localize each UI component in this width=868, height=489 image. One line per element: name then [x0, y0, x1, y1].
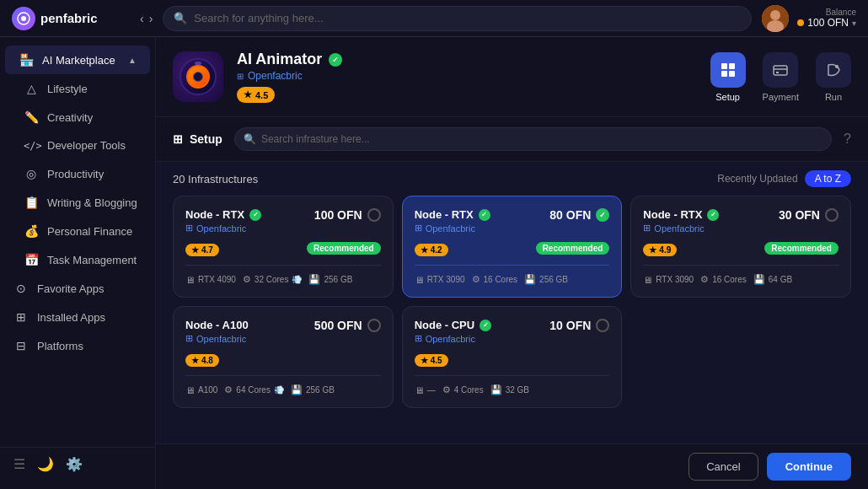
chevron-up-icon: ▲ — [128, 56, 137, 65]
svg-point-3 — [770, 10, 780, 20]
sidebar-item-productivity[interactable]: ◎ Productivity — [0, 159, 155, 188]
cores-icon: ⚙ — [442, 384, 451, 395]
app-info: AI Animator ✓ ⊞ Openfacbric ★ 4.5 — [237, 51, 697, 103]
settings-icon[interactable]: ⚙️ — [66, 456, 83, 472]
svg-rect-9 — [774, 66, 787, 75]
gpu-icon: 🖥 — [185, 275, 195, 285]
sidebar-item-platforms[interactable]: ⊟ Platforms — [0, 331, 155, 360]
card-price: 100 OFN — [314, 208, 381, 222]
card-rating: ★ 4.9 — [643, 244, 677, 256]
logo-text: penfabric — [40, 11, 98, 25]
sidebar-item-installed-apps[interactable]: ⊞ Installed Apps — [0, 303, 155, 331]
sidebar-item-ai-marketplace[interactable]: 🏪 AI Marketplace ▲ — [5, 46, 150, 74]
task-icon: 📅 — [24, 253, 39, 266]
sidebar: 🏪 AI Marketplace ▲ △ Lifestyle ✏️ Creati… — [0, 37, 156, 489]
cores-icon: ⚙ — [243, 274, 251, 285]
content-area: AI Animator ✓ ⊞ Openfacbric ★ 4.5 — [156, 37, 868, 489]
spec-ram: 💾 32 GB — [490, 384, 529, 395]
cancel-button[interactable]: Cancel — [689, 453, 758, 481]
sidebar-item-developer-tools[interactable]: </> Developer Tools — [0, 132, 155, 159]
card-specs: 🖥 RTX 4090 ⚙ 32 Cores 💨 💾 256 GB — [185, 265, 381, 285]
card-title: Node - RTX ✓ — [185, 208, 314, 221]
card-title: Node - RTX ✓ — [643, 208, 779, 221]
continue-button[interactable]: Continue — [767, 453, 851, 481]
dropdown-arrow-icon[interactable]: ▾ — [852, 19, 856, 28]
radio-unselected[interactable] — [367, 208, 381, 222]
menu-icon[interactable]: ☰ — [13, 456, 25, 472]
installed-icon: ⊞ — [13, 310, 29, 324]
card-specs: 🖥 RTX 3090 ⚙ 16 Cores 💾 64 GB — [643, 265, 839, 285]
sidebar-item-label: Productivity — [47, 168, 104, 180]
app-header: AI Animator ✓ ⊞ Openfacbric ★ 4.5 — [156, 37, 868, 117]
forward-arrow[interactable]: › — [149, 12, 153, 25]
app-author[interactable]: ⊞ Openfacbric — [237, 70, 697, 82]
sidebar-item-label: Favorite Apps — [37, 282, 104, 295]
card-title: Node - RTX ✓ — [415, 208, 550, 221]
gpu-icon: 🖥 — [185, 385, 195, 395]
ram-icon: 💾 — [291, 384, 303, 395]
card-rating: ★ 4.2 — [415, 244, 448, 256]
infra-card-node-cpu[interactable]: Node - CPU ✓ ⊞ Openfacbric 10 OFN — [402, 306, 623, 408]
infra-card-node-rtx-1[interactable]: Node - RTX ✓ ⊞ Openfacbric 100 OFN — [173, 196, 394, 298]
card-verified-icon: ✓ — [479, 209, 490, 221]
card-author: ⊞ Openfacbric — [643, 223, 779, 234]
card-badges: ★ 4.7 Recommended — [185, 240, 381, 256]
card-price: 30 OFN — [779, 208, 839, 222]
sidebar-item-writing-blogging[interactable]: 📋 Writing & Blogging — [0, 188, 155, 217]
infra-search[interactable]: 🔍 Search infrasture here... — [234, 127, 832, 151]
author-grid-icon: ⊞ — [237, 72, 244, 81]
setup-area: 20 Infrastructures Recently Updated A to… — [156, 162, 868, 443]
sidebar-item-lifestyle[interactable]: △ Lifestyle — [0, 74, 155, 103]
sort-label[interactable]: Recently Updated — [717, 173, 797, 185]
svg-rect-11 — [776, 72, 779, 73]
search-icon: 🔍 — [174, 12, 187, 24]
setup-header: ⊞ Setup 🔍 Search infrasture here... ? — [156, 117, 868, 162]
spec-ram: 💾 256 GB — [291, 384, 335, 395]
topnav: penfabric ‹ › 🔍 Search for anything here… — [0, 0, 868, 37]
sidebar-item-label: Task Management — [47, 254, 137, 266]
infra-card-node-rtx-3[interactable]: Node - RTX ✓ ⊞ Openfacbric 30 OFN — [630, 196, 851, 298]
infra-card-node-a100[interactable]: Node - A100 ⊞ Openfacbric 500 OFN — [173, 306, 394, 408]
balance-info: Balance 100 OFN ▾ — [797, 8, 856, 29]
radio-unselected[interactable] — [367, 319, 381, 332]
spec-gpu: 🖥 — — [415, 384, 436, 395]
infra-card-node-rtx-2[interactable]: Node - RTX ✓ ⊞ Openfacbric 80 OFN ✓ — [402, 196, 623, 298]
global-search[interactable]: 🔍 Search for anything here... — [163, 6, 752, 31]
svg-rect-5 — [721, 63, 727, 69]
sidebar-item-label: Writing & Blogging — [47, 196, 137, 209]
back-arrow[interactable]: ‹ — [140, 12, 144, 25]
finance-icon: 💰 — [24, 224, 39, 238]
sort-active-btn[interactable]: A to Z — [805, 170, 851, 187]
svg-rect-6 — [729, 63, 735, 69]
card-price: 500 OFN — [314, 319, 381, 332]
wind-icon: 💨 — [292, 275, 302, 284]
sidebar-item-personal-finance[interactable]: 💰 Personal Finance — [0, 217, 155, 245]
app-actions: Setup Payment — [710, 52, 851, 102]
card-badges: ★ 4.8 — [185, 351, 381, 367]
footer-actions: Cancel Continue — [156, 443, 868, 489]
spec-cores: ⚙ 16 Cores — [700, 274, 747, 285]
card-author: ⊞ Openfacbric — [185, 333, 314, 344]
balance-label: Balance — [797, 8, 856, 17]
theme-icon[interactable]: 🌙 — [37, 456, 54, 472]
radio-selected[interactable]: ✓ — [596, 208, 609, 222]
setup-tab[interactable]: ⊞ Setup — [173, 132, 222, 146]
radio-unselected[interactable] — [596, 319, 609, 332]
sidebar-item-task-management[interactable]: 📅 Task Management — [0, 245, 155, 274]
payment-action-btn[interactable]: Payment — [763, 52, 799, 102]
help-icon[interactable]: ? — [844, 132, 851, 147]
ai-marketplace-icon: 🏪 — [19, 53, 34, 67]
sidebar-item-label: Lifestyle — [47, 83, 88, 95]
radio-unselected[interactable] — [825, 208, 839, 222]
sidebar-item-label: Personal Finance — [47, 225, 132, 238]
sidebar-item-creativity[interactable]: ✏️ Creativity — [0, 103, 155, 132]
recommended-badge: Recommended — [764, 242, 839, 255]
card-price: 80 OFN ✓ — [549, 208, 609, 222]
setup-action-btn[interactable]: Setup — [710, 52, 746, 102]
run-action-btn[interactable]: Run — [816, 52, 851, 102]
spec-cores: ⚙ 4 Cores — [442, 384, 484, 395]
sidebar-item-favorite-apps[interactable]: ⊙ Favorite Apps — [0, 274, 155, 303]
infra-search-placeholder: Search infrasture here... — [261, 133, 370, 145]
cores-icon: ⚙ — [472, 274, 480, 285]
infra-controls: 20 Infrastructures Recently Updated A to… — [156, 162, 868, 196]
